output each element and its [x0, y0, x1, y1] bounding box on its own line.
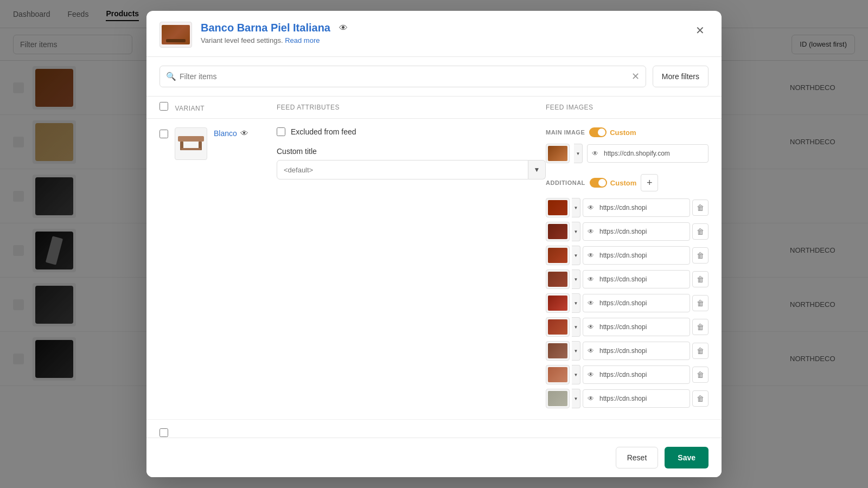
read-more-link[interactable]: Read more [285, 36, 320, 44]
delete-image-btn-2[interactable]: 🗑 [692, 223, 709, 240]
add-img-mini-7 [548, 343, 567, 358]
additional-image-row: ▼ 👁 https://cdn.shopi 🗑 [546, 198, 709, 217]
add-img-thumb-1[interactable] [546, 198, 570, 217]
add-img-dropdown-2[interactable]: ▼ [572, 222, 580, 241]
add-url-eye-4[interactable]: 👁 [588, 275, 594, 283]
close-button[interactable]: ✕ [691, 22, 709, 39]
add-img-thumb-3[interactable] [546, 246, 570, 265]
feed-images-col-header: Feed images [546, 104, 593, 111]
additional-images-list: ▼ 👁 https://cdn.shopi 🗑 ▼ [546, 198, 709, 410]
delete-image-btn-4[interactable]: 🗑 [692, 271, 709, 287]
excluded-label: Excluded from feed [291, 127, 356, 136]
additional-toggle-switch[interactable] [590, 178, 607, 188]
filter-clear-button[interactable]: ✕ [631, 72, 640, 81]
variant-checkbox[interactable] [159, 130, 168, 138]
add-url-eye-9[interactable]: 👁 [588, 395, 594, 402]
add-img-thumb-6[interactable] [546, 317, 570, 337]
add-img-url-2: 👁 https://cdn.shopi [583, 222, 690, 241]
search-icon: 🔍 [166, 72, 176, 81]
add-img-thumb-8[interactable] [546, 365, 570, 384]
add-img-thumb-9[interactable] [546, 389, 570, 408]
delete-image-btn-3[interactable]: 🗑 [692, 247, 709, 264]
additional-image-row: ▼ 👁 https://cdn.shopi 🗑 [546, 222, 709, 241]
add-img-dropdown-5[interactable]: ▼ [572, 293, 580, 313]
add-img-dropdown-8[interactable]: ▼ [572, 365, 580, 384]
add-img-thumb-5[interactable] [546, 293, 570, 313]
add-img-thumb-2[interactable] [546, 222, 570, 241]
variant-row: Blanco 👁 Excluded from feed Custom title [146, 119, 722, 420]
variant-thumbnail [175, 127, 207, 160]
add-img-mini-5 [548, 296, 567, 311]
main-url-eye-icon[interactable]: 👁 [592, 150, 598, 157]
feed-images-column: MAIN IMAGE Custom ▼ 👁 [546, 127, 709, 410]
add-url-eye-1[interactable]: 👁 [588, 204, 594, 211]
variant-column: Blanco 👁 [159, 127, 268, 410]
custom-title-stepper[interactable]: ▼ [528, 160, 546, 179]
add-img-mini-3 [548, 248, 567, 263]
add-img-dropdown-9[interactable]: ▼ [572, 389, 580, 408]
main-image-custom-toggle[interactable]: Custom [589, 127, 636, 137]
save-button[interactable]: Save [665, 447, 709, 468]
main-image-dropdown[interactable]: ▼ [574, 144, 583, 163]
add-url-eye-6[interactable]: 👁 [588, 323, 594, 331]
add-img-url-4: 👁 https://cdn.shopi [583, 270, 690, 288]
add-img-mini-1 [548, 200, 567, 215]
variant-thumb-image [175, 128, 207, 159]
delete-image-btn-6[interactable]: 🗑 [692, 319, 709, 335]
variant-eye-button[interactable]: 👁 [239, 127, 250, 139]
svg-rect-0 [178, 136, 204, 142]
empty-variant-row [146, 420, 722, 438]
add-image-button[interactable]: + [641, 174, 658, 191]
add-img-thumb-7[interactable] [546, 341, 570, 361]
reset-button[interactable]: Reset [616, 447, 659, 468]
main-image-toggle-switch[interactable] [589, 127, 607, 137]
delete-image-btn-5[interactable]: 🗑 [692, 295, 709, 311]
custom-title-input[interactable] [277, 160, 528, 179]
add-url-eye-5[interactable]: 👁 [588, 299, 594, 307]
add-img-dropdown-4[interactable]: ▼ [572, 269, 580, 289]
modal-footer: Reset Save [146, 438, 722, 477]
svg-rect-3 [181, 148, 201, 150]
excluded-from-feed-checkbox[interactable] [277, 127, 285, 136]
more-filters-button[interactable]: More filters [653, 66, 709, 87]
add-img-mini-6 [548, 319, 567, 335]
additional-custom-label: Custom [610, 179, 636, 187]
add-img-url-7: 👁 https://cdn.shopi [583, 342, 690, 360]
delete-image-btn-1[interactable]: 🗑 [692, 200, 709, 216]
additional-image-row: ▼ 👁 https://cdn.shopi 🗑 [546, 269, 709, 289]
add-img-dropdown-6[interactable]: ▼ [572, 317, 580, 337]
additional-image-row: ▼ 👁 https://cdn.shopi 🗑 [546, 246, 709, 265]
add-img-dropdown-3[interactable]: ▼ [572, 246, 580, 265]
main-image-mini [548, 146, 567, 161]
add-img-url-3: 👁 https://cdn.shopi [583, 246, 690, 265]
main-image-thumb[interactable] [546, 144, 570, 163]
delete-image-btn-8[interactable]: 🗑 [692, 367, 709, 383]
delete-image-btn-7[interactable]: 🗑 [692, 343, 709, 359]
add-img-thumb-4[interactable] [546, 269, 570, 289]
excluded-row: Excluded from feed [277, 127, 546, 136]
empty-variant-checkbox[interactable] [159, 428, 168, 437]
custom-title-section: Custom title ▼ [277, 147, 546, 179]
modal-header: Banco Barna Piel Italiana 👁 Variant leve… [146, 11, 722, 57]
filter-input[interactable] [159, 66, 646, 87]
product-eye-icon[interactable]: 👁 [339, 23, 348, 33]
product-title-link[interactable]: Banco Barna Piel Italiana [201, 22, 330, 34]
main-image-header: MAIN IMAGE Custom [546, 127, 709, 137]
variant-col-header: Variant [175, 105, 205, 112]
add-url-eye-2[interactable]: 👁 [588, 228, 594, 235]
additional-image-row: ▼ 👁 https://cdn.shopi 🗑 [546, 317, 709, 337]
add-url-eye-8[interactable]: 👁 [588, 371, 594, 378]
add-img-dropdown-1[interactable]: ▼ [572, 198, 580, 217]
add-url-eye-7[interactable]: 👁 [588, 347, 594, 355]
custom-title-input-wrap: ▼ [277, 160, 546, 179]
add-img-dropdown-7[interactable]: ▼ [572, 341, 580, 361]
product-thumbnail [159, 22, 192, 48]
column-headers: Variant Feed attributes Feed images [146, 97, 722, 119]
variant-name-link[interactable]: Blanco [214, 129, 237, 138]
delete-image-btn-9[interactable]: 🗑 [692, 390, 709, 407]
additional-custom-toggle[interactable]: Custom [590, 178, 636, 188]
add-img-mini-4 [548, 272, 567, 287]
add-url-eye-3[interactable]: 👁 [588, 252, 594, 259]
select-all-checkbox[interactable] [159, 102, 168, 111]
variant-name-wrap: Blanco 👁 [214, 127, 250, 139]
